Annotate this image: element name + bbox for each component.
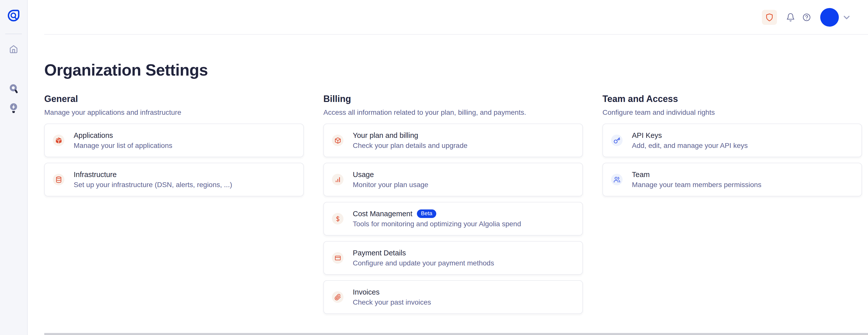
card-title: Team (632, 170, 650, 179)
card-title: Cost Management (353, 209, 412, 218)
sidebar (0, 0, 28, 335)
section-title: Billing (323, 93, 583, 104)
card-description: Tools for monitoring and optimizing your… (353, 220, 521, 228)
card-team[interactable]: Team Manage your team members permission… (602, 163, 862, 196)
card-description: Add, edit, and manage your API keys (632, 141, 748, 150)
section-general: General Manage your applications and inf… (44, 93, 304, 314)
beta-badge: Beta (417, 209, 436, 218)
section-team-access: Team and Access Configure team and indiv… (602, 93, 862, 314)
database-icon (53, 174, 64, 185)
section-title: General (44, 93, 304, 104)
package-icon (53, 135, 64, 146)
sidebar-item-search-relevance[interactable] (0, 81, 27, 97)
card-plan-billing[interactable]: Your plan and billing Check your plan de… (323, 124, 583, 157)
team-icon (611, 174, 623, 185)
section-title: Team and Access (602, 93, 862, 104)
paperclip-icon (332, 291, 343, 303)
account-menu[interactable] (820, 8, 851, 27)
card-description: Set up your infrastructure (DSN, alerts,… (74, 180, 232, 189)
card-description: Monitor your plan usage (353, 180, 428, 189)
card-invoices[interactable]: Invoices Check your past invoices (323, 280, 583, 314)
card-title: Applications (74, 131, 113, 140)
help-button[interactable] (801, 11, 813, 23)
key-icon (611, 135, 623, 146)
card-title: Usage (353, 170, 374, 179)
section-description: Manage your applications and infrastruct… (44, 108, 304, 117)
algolia-logo-icon[interactable] (7, 9, 20, 22)
card-payment-details[interactable]: Payment Details Configure and update you… (323, 241, 583, 275)
card-api-keys[interactable]: API Keys Add, edit, and manage your API … (602, 124, 862, 157)
cube-icon (332, 135, 343, 146)
card-description: Check your past invoices (353, 298, 431, 307)
card-title: API Keys (632, 131, 662, 140)
usage-balloon-icon (8, 103, 19, 115)
card-title: Invoices (353, 288, 379, 297)
card-description: Manage your team members permissions (632, 180, 762, 189)
card-title: Infrastructure (74, 170, 117, 179)
bar-chart-icon (332, 174, 343, 185)
card-cost-management[interactable]: Cost Management Beta Tools for monitorin… (323, 202, 583, 236)
main-content: Organization Settings General Manage you… (28, 35, 868, 335)
bell-icon (786, 13, 795, 22)
card-title: Your plan and billing (353, 131, 418, 140)
dollar-icon (332, 213, 343, 225)
relevance-search-icon (8, 83, 19, 95)
card-description: Manage your list of applications (74, 141, 172, 150)
section-billing: Billing Access all information related t… (323, 93, 583, 314)
credit-card-icon (332, 252, 343, 264)
section-description: Access all information related to your p… (323, 108, 583, 117)
avatar (820, 8, 839, 27)
section-description: Configure team and individual rights (602, 108, 862, 117)
shield-icon (765, 13, 774, 22)
card-title: Payment Details (353, 248, 406, 258)
card-usage[interactable]: Usage Monitor your plan usage (323, 163, 583, 196)
footer-divider (44, 333, 868, 335)
page-title: Organization Settings (44, 61, 862, 79)
card-infrastructure[interactable]: Infrastructure Set up your infrastructur… (44, 163, 304, 196)
sidebar-item-home[interactable] (0, 41, 27, 57)
sidebar-item-usage[interactable] (0, 101, 27, 117)
settings-grid: General Manage your applications and inf… (44, 93, 862, 314)
chevron-down-icon (842, 12, 851, 22)
top-bar (28, 0, 868, 35)
card-applications[interactable]: Applications Manage your list of applica… (44, 124, 304, 157)
notifications-button[interactable] (784, 11, 797, 23)
help-icon (802, 13, 811, 22)
sidebar-nav (0, 34, 27, 117)
security-shield-button[interactable] (762, 10, 777, 25)
card-description: Check your plan details and upgrade (353, 141, 467, 150)
card-description: Configure and update your payment method… (353, 259, 494, 267)
home-icon (9, 44, 18, 54)
